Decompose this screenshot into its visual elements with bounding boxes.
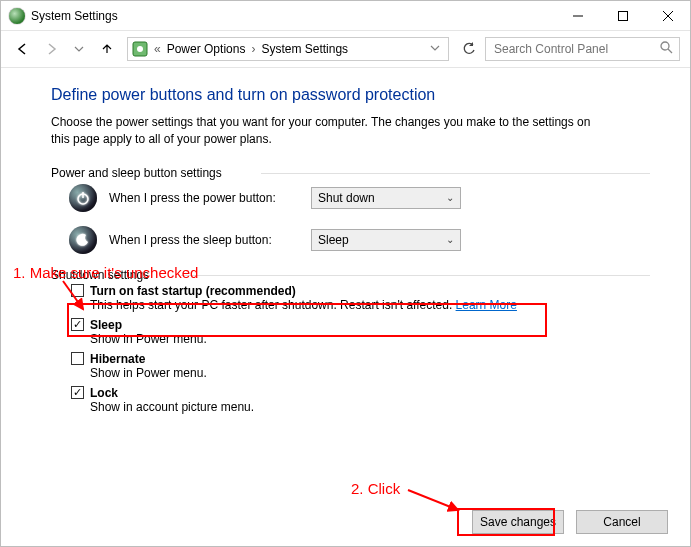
sleep-checkbox[interactable] xyxy=(71,318,84,331)
breadcrumb-sep-icon: « xyxy=(154,42,161,56)
sleep-button-dropdown[interactable]: Sleep ⌄ xyxy=(311,229,461,251)
chevron-down-icon: ⌄ xyxy=(446,192,454,203)
check-item-lock: Lock Show in account picture menu. xyxy=(71,386,660,414)
lock-checkbox[interactable] xyxy=(71,386,84,399)
sleep-button-label: When I press the sleep button: xyxy=(109,233,299,247)
lock-desc: Show in account picture menu. xyxy=(90,400,660,414)
back-icon xyxy=(16,42,30,56)
fast-startup-desc: This helps start your PC faster after sh… xyxy=(90,298,660,312)
address-dropdown[interactable] xyxy=(426,42,444,56)
breadcrumb-item-power[interactable]: Power Options xyxy=(167,42,246,56)
svg-point-6 xyxy=(661,42,669,50)
sleep-icon xyxy=(69,226,97,254)
sleep-button-value: Sleep xyxy=(318,233,349,247)
breadcrumb-item-system[interactable]: System Settings xyxy=(261,42,348,56)
content-area: Define power buttons and turn on passwor… xyxy=(1,68,690,414)
app-icon xyxy=(9,8,25,24)
sleep-label: Sleep xyxy=(90,318,122,332)
save-button[interactable]: Save changes xyxy=(472,510,564,534)
hibernate-label: Hibernate xyxy=(90,352,145,366)
power-button-value: Shut down xyxy=(318,191,375,205)
search-box[interactable] xyxy=(485,37,680,61)
power-button-row: When I press the power button: Shut down… xyxy=(69,184,660,212)
minimize-button[interactable] xyxy=(555,1,600,31)
window-controls xyxy=(555,1,690,31)
sleep-button-row: When I press the sleep button: Sleep ⌄ xyxy=(69,226,660,254)
page-title: Define power buttons and turn on passwor… xyxy=(51,86,660,104)
hibernate-desc: Show in Power menu. xyxy=(90,366,660,380)
divider xyxy=(181,275,650,276)
learn-more-link[interactable]: Learn More xyxy=(456,298,517,312)
lock-label: Lock xyxy=(90,386,118,400)
check-item-hibernate: Hibernate Show in Power menu. xyxy=(71,352,660,380)
fast-startup-checkbox[interactable] xyxy=(71,284,84,297)
footer-buttons: Save changes Cancel xyxy=(472,510,668,534)
sleep-desc: Show in Power menu. xyxy=(90,332,660,346)
refresh-button[interactable] xyxy=(457,37,481,61)
fast-startup-label: Turn on fast startup (recommended) xyxy=(90,284,296,298)
title-bar: System Settings xyxy=(1,1,690,31)
divider xyxy=(261,173,650,174)
close-icon xyxy=(663,11,673,21)
power-icon xyxy=(69,184,97,212)
annotation-2: 2. Click xyxy=(351,480,400,497)
history-dropdown[interactable] xyxy=(67,37,91,61)
maximize-icon xyxy=(618,11,628,21)
maximize-button[interactable] xyxy=(600,1,645,31)
search-icon[interactable] xyxy=(660,41,673,57)
svg-line-7 xyxy=(668,49,672,53)
control-panel-icon xyxy=(132,41,148,57)
chevron-down-icon xyxy=(430,43,440,53)
chevron-down-icon: ⌄ xyxy=(446,234,454,245)
back-button[interactable] xyxy=(11,37,35,61)
nav-bar: « Power Options › System Settings xyxy=(1,31,690,67)
cancel-button[interactable]: Cancel xyxy=(576,510,668,534)
search-input[interactable] xyxy=(492,41,652,57)
hibernate-checkbox[interactable] xyxy=(71,352,84,365)
power-button-dropdown[interactable]: Shut down ⌄ xyxy=(311,187,461,209)
page-description: Choose the power settings that you want … xyxy=(51,114,611,148)
forward-icon xyxy=(44,42,58,56)
power-button-label: When I press the power button: xyxy=(109,191,299,205)
refresh-icon xyxy=(462,42,476,56)
shutdown-settings: Shutdown settings Turn on fast startup (… xyxy=(51,268,660,414)
up-button[interactable] xyxy=(95,37,119,61)
annotation-arrow-2 xyxy=(406,488,466,518)
check-item-fast-startup: Turn on fast startup (recommended) This … xyxy=(71,284,660,312)
window-title: System Settings xyxy=(31,9,118,23)
svg-point-5 xyxy=(137,46,143,52)
chevron-down-icon xyxy=(74,44,84,54)
check-item-sleep: Sleep Show in Power menu. xyxy=(71,318,660,346)
forward-button[interactable] xyxy=(39,37,63,61)
breadcrumb-bar[interactable]: « Power Options › System Settings xyxy=(127,37,449,61)
svg-line-11 xyxy=(408,490,458,510)
up-icon xyxy=(100,42,114,56)
minimize-icon xyxy=(573,11,583,21)
chevron-right-icon: › xyxy=(251,42,255,56)
close-button[interactable] xyxy=(645,1,690,31)
svg-rect-1 xyxy=(618,11,627,20)
